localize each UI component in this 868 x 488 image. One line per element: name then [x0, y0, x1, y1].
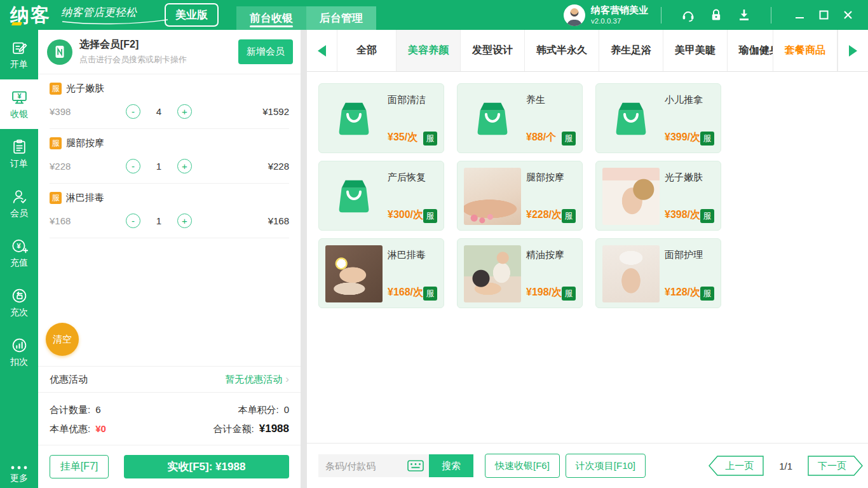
member-select-bar[interactable]: 选择会员[F2] 点击进行会员搜索或刷卡操作 新增会员: [38, 30, 301, 74]
keyboard-icon[interactable]: [407, 460, 424, 471]
product-name: 腿部按摩: [526, 172, 564, 184]
category-tab-nails-lashes[interactable]: 美甲美睫: [663, 30, 728, 71]
product-name: 面部护理: [665, 249, 703, 261]
qty-decrease-button[interactable]: -: [126, 104, 140, 119]
avatar[interactable]: [564, 4, 585, 26]
app-logo: 纳客: [10, 6, 51, 25]
pay-button[interactable]: 实收[F5]: ¥1988: [124, 455, 289, 478]
lock-icon[interactable]: [709, 8, 724, 23]
product-price: ¥35/次: [388, 131, 417, 144]
bottom-toolbar: 搜索 快速收银[F6] 计次项目[F10] 上一页 1/1 下一页: [307, 443, 868, 488]
count-item-button[interactable]: 计次项目[F10]: [566, 454, 646, 478]
sidebar-item-recharge[interactable]: ¥ 充值: [0, 228, 38, 278]
cart-item: 服 淋巴排毒 ¥168 - 1 + ¥168: [50, 184, 289, 238]
sidebar-item-orders[interactable]: 订单: [0, 129, 38, 179]
orders-icon: [11, 139, 28, 156]
chevron-right-icon[interactable]: ›: [285, 373, 289, 386]
product-card[interactable]: 精油按摩 ¥198/次 服: [457, 238, 583, 308]
category-tab-semi-permanent[interactable]: 韩式半永久: [525, 30, 599, 71]
maximize-button[interactable]: [815, 6, 832, 24]
qty-decrease-button[interactable]: -: [126, 214, 140, 228]
barcode-input[interactable]: [325, 461, 407, 471]
product-price: ¥168/次: [388, 286, 423, 299]
category-tab-hair[interactable]: 发型设计: [461, 30, 525, 71]
minimize-button[interactable]: [790, 6, 808, 24]
category-scroll-right-button[interactable]: [837, 30, 868, 71]
product-panel: 全部 美容养颜 发型设计 韩式半永久 养生足浴 美甲美睫 瑜伽健身 套餐商品 面…: [307, 30, 868, 488]
cart-item-name: 光子嫩肤: [66, 83, 104, 95]
category-tab-yoga[interactable]: 瑜伽健身: [728, 30, 773, 71]
cart-item-name: 腿部按摩: [66, 137, 104, 149]
close-button[interactable]: [839, 6, 857, 24]
points-label: 本单积分:: [238, 404, 278, 416]
cart-item-qty: 4: [140, 106, 177, 117]
hold-order-button[interactable]: 挂单[F7]: [50, 455, 109, 478]
qty-increase-button[interactable]: +: [177, 214, 192, 228]
product-image: [325, 90, 383, 147]
main-tabs: 前台收银 后台管理: [236, 6, 376, 30]
product-card[interactable]: 面部清洁 ¥35/次 服: [318, 83, 444, 153]
user-name: 纳客营销美业: [591, 4, 648, 17]
service-type-badge: 服: [562, 209, 576, 223]
add-member-button[interactable]: 新增会员: [238, 39, 293, 64]
edition-button[interactable]: 美业版: [165, 3, 219, 27]
product-image: [464, 90, 521, 147]
quick-cashier-button[interactable]: 快速收银[F6]: [485, 454, 560, 478]
product-name: 产后恢复: [388, 172, 426, 184]
sidebar-item-cashier[interactable]: ¥ 收银: [0, 79, 38, 129]
sidebar-item-deduct-times[interactable]: 扣次: [0, 327, 38, 377]
cart-list: 服 光子嫩肤 ¥398 - 4 + ¥1592 服 腿部按摩 ¥228: [38, 74, 301, 366]
sidebar-item-recharge-times[interactable]: 充次: [0, 278, 38, 327]
product-price: ¥300/次: [388, 208, 423, 222]
promo-link[interactable]: 暂无优惠活动: [225, 374, 282, 386]
support-headset-icon[interactable]: [681, 8, 696, 23]
product-price: ¥198/次: [526, 286, 562, 299]
product-card[interactable]: 小儿推拿 ¥399/次 服: [595, 83, 721, 153]
cart-item: 服 腿部按摩 ¥228 - 1 + ¥228: [50, 129, 289, 184]
category-tab-foot-bath[interactable]: 养生足浴: [599, 30, 663, 71]
points-value: 0: [284, 404, 289, 415]
service-type-badge: 服: [423, 209, 437, 223]
shopping-bag-icon: [334, 98, 374, 139]
arrow-right-icon: [849, 45, 857, 57]
search-button[interactable]: 搜索: [429, 454, 473, 477]
category-tab-all[interactable]: 全部: [337, 30, 397, 71]
qty-decrease-button[interactable]: -: [126, 159, 140, 173]
category-bar: 全部 美容养颜 发型设计 韩式半永久 养生足浴 美甲美睫 瑜伽健身 套餐商品: [307, 30, 868, 72]
service-type-badge: 服: [423, 132, 437, 146]
clear-cart-button[interactable]: 清空: [46, 323, 79, 356]
sidebar-item-open-bill[interactable]: 开单: [0, 30, 38, 79]
deduct-times-icon: [11, 337, 28, 354]
qty-increase-button[interactable]: +: [177, 159, 192, 173]
product-card[interactable]: 养生 ¥88/个 服: [457, 83, 583, 153]
product-card[interactable]: 面部护理 ¥128/次 服: [595, 238, 721, 308]
cart-item: 服 光子嫩肤 ¥398 - 4 + ¥1592: [50, 74, 289, 129]
tab-back-manage[interactable]: 后台管理: [306, 6, 376, 30]
titlebar-separator: [661, 7, 661, 24]
product-grid: 面部清洁 ¥35/次 服 养生 ¥88/个 服 小儿推拿 ¥399/次 服: [307, 72, 868, 443]
prev-page-button[interactable]: 上一页: [709, 456, 764, 476]
recharge-icon: ¥: [11, 238, 28, 255]
product-card[interactable]: 产后恢复 ¥300/次 服: [318, 161, 444, 231]
category-tab-beauty[interactable]: 美容养颜: [397, 30, 461, 71]
product-price: ¥399/次: [665, 131, 700, 144]
product-card[interactable]: 腿部按摩 ¥228/次 服: [457, 161, 583, 231]
cart-item-subtotal: ¥228: [268, 161, 289, 172]
sidebar-item-more[interactable]: 更多: [0, 464, 38, 484]
service-badge: 服: [50, 83, 62, 95]
product-card[interactable]: 光子嫩肤 ¥398/次 服: [595, 161, 721, 231]
next-page-button[interactable]: 下一页: [808, 456, 863, 476]
category-tab-package[interactable]: 套餐商品: [773, 30, 837, 71]
member-select-title: 选择会员[F2]: [79, 38, 238, 51]
cashier-icon: ¥: [11, 89, 28, 106]
product-name: 光子嫩肤: [665, 172, 703, 184]
qty-increase-button[interactable]: +: [177, 104, 192, 119]
promo-row: 优惠活动 暂无优惠活动 ›: [38, 366, 301, 393]
product-card[interactable]: 淋巴排毒 ¥168/次 服: [318, 238, 444, 308]
category-scroll-left-button[interactable]: [307, 30, 337, 71]
sidebar-item-members[interactable]: 会员: [0, 179, 38, 228]
download-icon[interactable]: [736, 8, 752, 23]
product-image: [325, 168, 383, 225]
service-badge: 服: [50, 192, 62, 204]
tab-front-cashier[interactable]: 前台收银: [236, 6, 306, 30]
